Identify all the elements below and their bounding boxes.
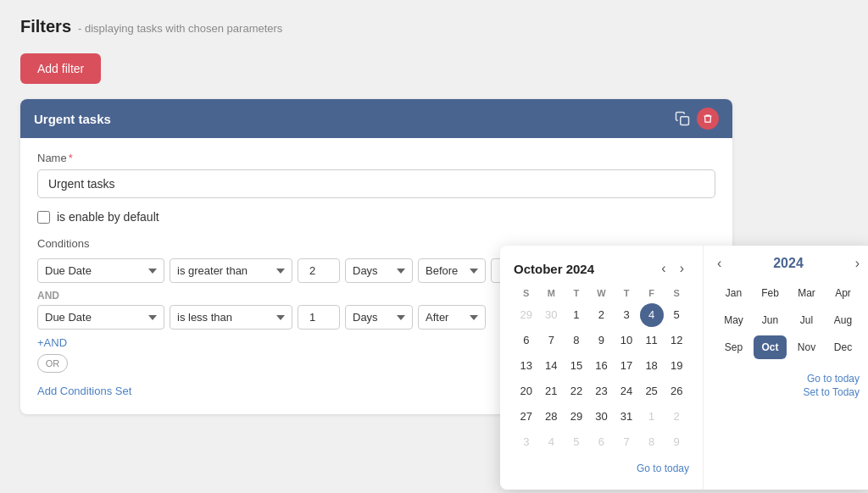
calendar-month-item[interactable]: Nov — [790, 335, 823, 359]
calendar-footer: Go to today — [514, 456, 689, 474]
calendar-day[interactable]: 1 — [640, 405, 664, 429]
year-prev-button[interactable]: ‹ — [717, 256, 721, 271]
calendar-month-item[interactable]: Sep — [717, 335, 750, 359]
calendar-week: 272829303112 — [514, 405, 689, 429]
calendar-day[interactable]: 2 — [589, 303, 613, 327]
calendar-day[interactable]: 6 — [515, 329, 538, 352]
calendar-day[interactable]: 7 — [539, 329, 563, 352]
calendar-day[interactable]: 2 — [665, 405, 688, 429]
calendar-day[interactable]: 8 — [640, 430, 664, 454]
add-and-button[interactable]: +AND — [37, 336, 67, 349]
goto-today-link[interactable]: Go to today — [514, 463, 689, 474]
calendar-day[interactable]: 12 — [665, 329, 688, 352]
calendar-month-item[interactable]: Dec — [826, 335, 860, 359]
add-filter-button[interactable]: Add filter — [20, 53, 101, 84]
calendar-day[interactable]: 29 — [565, 405, 588, 429]
calendar-day[interactable]: 22 — [565, 379, 588, 403]
add-conditions-set-button[interactable]: Add Conditions Set — [37, 385, 131, 397]
calendar-day[interactable]: 21 — [539, 379, 563, 403]
year-next-button[interactable]: › — [855, 256, 860, 271]
calendar-day[interactable]: 20 — [515, 379, 538, 403]
calendar-day[interactable]: 10 — [615, 329, 638, 352]
months-grid: JanFebMarAprMayJunJulAugSepOctNovDec — [717, 281, 860, 359]
dow-thu: T — [614, 286, 639, 300]
calendar-year-view: ‹ 2024 › JanFebMarAprMayJunJulAugSepOctN… — [704, 246, 868, 490]
direction-select-2[interactable]: Before After — [418, 305, 486, 330]
field-select-1[interactable]: Due Date Name Priority — [37, 258, 164, 283]
calendar-month-item[interactable]: Feb — [754, 281, 787, 305]
calendar-day[interactable]: 26 — [665, 379, 688, 403]
calendar-month-item[interactable]: Jan — [717, 281, 750, 305]
calendar-day[interactable]: 17 — [615, 354, 638, 378]
calendar-day[interactable]: 9 — [665, 430, 688, 454]
calendar-month-year: October 2024 — [514, 262, 594, 276]
dow-sun: S — [514, 286, 539, 300]
calendar-day[interactable]: 16 — [589, 354, 613, 378]
calendar-day[interactable]: 15 — [565, 354, 588, 378]
calendar-day[interactable]: 30 — [589, 405, 613, 429]
calendar-day[interactable]: 5 — [665, 303, 688, 327]
operator-select-2[interactable]: is greater than is less than is equal to — [170, 305, 292, 330]
calendar-day[interactable]: 14 — [539, 354, 563, 378]
calendar-month-item[interactable]: Jun — [754, 308, 787, 332]
calendar-day[interactable]: 27 — [515, 405, 538, 429]
name-input[interactable] — [37, 169, 715, 198]
calendar-day[interactable]: 7 — [615, 430, 638, 454]
calendar-grid: S M T W T F S 29301234567891011121314151… — [514, 286, 689, 454]
calendar-month-item[interactable]: Aug — [826, 308, 860, 332]
operator-select-1[interactable]: is greater than is less than is equal to — [170, 258, 292, 283]
calendar-week: 3456789 — [514, 430, 689, 454]
calendar-month-view: October 2024 ‹ › S M T W T F S 293012345… — [500, 246, 704, 490]
calendar-day[interactable]: 3 — [515, 430, 538, 454]
dow-tue: T — [564, 286, 589, 300]
default-checkbox-label: is enable by default — [57, 210, 159, 224]
calendar-month-item[interactable]: Apr — [826, 281, 860, 305]
direction-select-1[interactable]: Before After — [418, 258, 486, 283]
calendar-next-button[interactable]: › — [675, 259, 689, 278]
calendar-day[interactable]: 6 — [589, 430, 613, 454]
calendar-day[interactable]: 4 — [640, 303, 664, 327]
calendar-month-item[interactable]: Jul — [790, 308, 823, 332]
calendar-day[interactable]: 13 — [515, 354, 538, 378]
calendar-day[interactable]: 18 — [640, 354, 664, 378]
calendar-day[interactable]: 4 — [539, 430, 563, 454]
calendar-week: 293012345 — [514, 303, 689, 327]
default-checkbox[interactable] — [37, 211, 50, 224]
calendar-prev-button[interactable]: ‹ — [656, 259, 670, 278]
calendar-day[interactable]: 8 — [565, 329, 588, 352]
duplicate-icon-button[interactable] — [675, 108, 690, 130]
calendar-day[interactable]: 31 — [615, 405, 638, 429]
calendar-month-item[interactable]: Oct — [754, 335, 787, 359]
filter-card-title: Urgent tasks — [34, 112, 111, 126]
calendar-month-item[interactable]: Mar — [790, 281, 823, 305]
calendar-month-item[interactable]: May — [717, 308, 750, 332]
calendar-day[interactable]: 11 — [640, 329, 664, 352]
calendar-day[interactable]: 3 — [615, 303, 638, 327]
calendar-day[interactable]: 29 — [515, 303, 538, 327]
delete-filter-button[interactable] — [697, 108, 719, 130]
dow-fri: F — [639, 286, 665, 300]
number-input-1[interactable] — [298, 258, 340, 283]
calendar-day[interactable]: 19 — [665, 354, 688, 378]
name-label: Name* — [37, 152, 715, 164]
set-to-today-link[interactable]: Set to Today — [717, 386, 860, 398]
number-input-2[interactable] — [298, 305, 340, 330]
calendar-day[interactable]: 25 — [640, 379, 664, 403]
calendar-day[interactable]: 24 — [615, 379, 638, 403]
calendar-day[interactable]: 30 — [539, 303, 563, 327]
calendar-right-footer: Go to today Set to Today — [717, 373, 860, 398]
calendar-dow-row: S M T W T F S — [514, 286, 689, 300]
calendar-day[interactable]: 9 — [589, 329, 613, 352]
filter-card-header: Urgent tasks — [20, 99, 732, 138]
calendar-day[interactable]: 28 — [539, 405, 563, 429]
calendar-week: 20212223242526 — [514, 379, 689, 403]
field-select-2[interactable]: Due Date Name Priority — [37, 305, 164, 330]
calendar-day[interactable]: 23 — [589, 379, 613, 403]
page-title: Filters — [20, 17, 71, 36]
dow-sat: S — [664, 286, 689, 300]
calendar-day[interactable]: 1 — [565, 303, 588, 327]
goto-today-right-link[interactable]: Go to today — [717, 373, 860, 385]
unit-select-1[interactable]: Days Weeks Months — [345, 258, 413, 283]
unit-select-2[interactable]: Days Weeks Months — [345, 305, 413, 330]
calendar-day[interactable]: 5 — [565, 430, 588, 454]
